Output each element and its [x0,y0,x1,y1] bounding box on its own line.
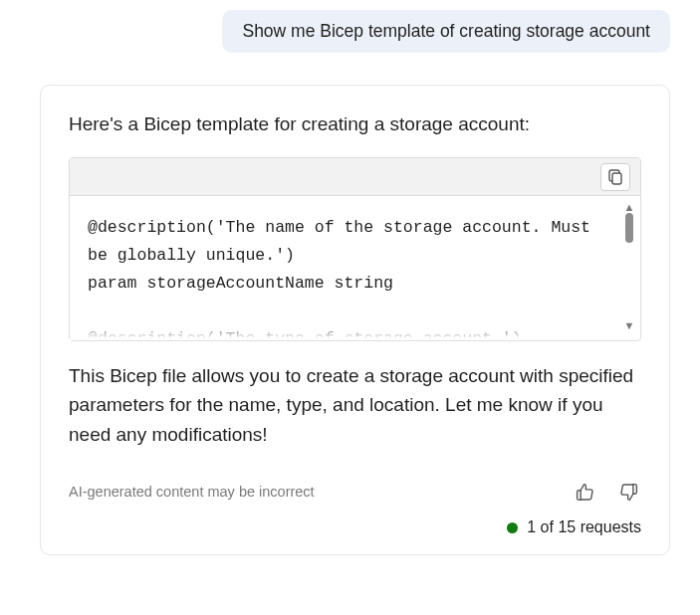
thumbs-down-button[interactable] [615,479,641,505]
ai-disclaimer: AI-generated content may be incorrect [69,484,315,500]
request-counter: 1 of 15 requests [527,518,641,536]
thumbs-down-icon [618,482,639,503]
user-message-bubble: Show me Bicep template of creating stora… [222,10,670,53]
code-block-header [70,158,640,196]
thumbs-up-icon [575,482,595,503]
status-dot-icon [507,522,518,533]
request-counter-row: 1 of 15 requests [69,518,641,536]
svg-rect-0 [612,173,621,184]
user-message-row: Show me Bicep template of creating stora… [40,10,670,53]
code-scrollbar[interactable]: ▲ ▼ [622,202,636,331]
code-content[interactable]: @description('The name of the storage ac… [70,196,616,340]
assistant-outro: This Bicep file allows you to create a s… [69,361,641,449]
code-body-wrapper: @description('The name of the storage ac… [70,196,640,340]
scroll-thumb[interactable] [625,213,633,243]
disclaimer-row: AI-generated content may be incorrect [69,479,641,505]
thumbs-up-button[interactable] [572,479,597,505]
assistant-intro: Here's a Bicep template for creating a s… [69,113,641,135]
feedback-controls [572,479,641,505]
code-block: @description('The name of the storage ac… [69,157,641,341]
assistant-response-card: Here's a Bicep template for creating a s… [40,85,670,555]
scroll-up-arrow[interactable]: ▲ [624,202,635,213]
scroll-track[interactable] [625,213,633,320]
scroll-down-arrow[interactable]: ▼ [624,320,635,331]
copy-code-button[interactable] [600,163,630,191]
copy-icon [608,169,622,185]
